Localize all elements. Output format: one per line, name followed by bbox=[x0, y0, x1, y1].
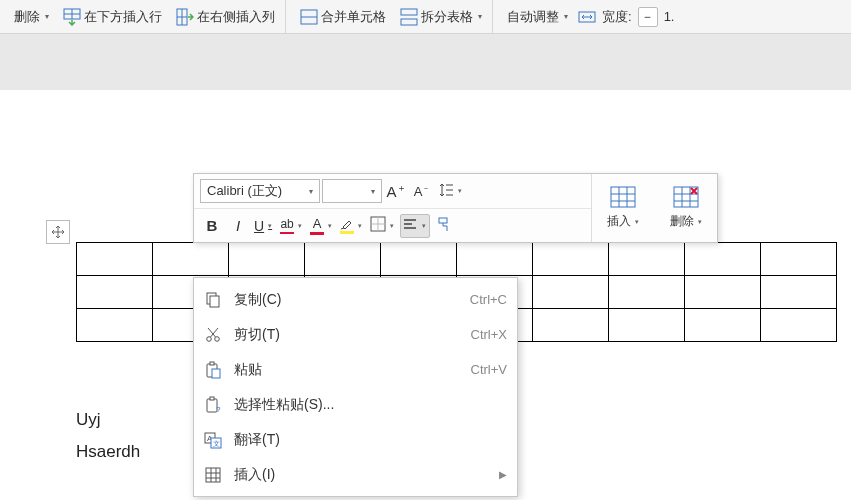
insert-col-right-button[interactable]: 在右侧插入列 bbox=[172, 5, 279, 29]
svg-rect-40 bbox=[210, 397, 214, 400]
cut-icon bbox=[202, 324, 224, 346]
underline-button[interactable]: U▾ bbox=[252, 214, 276, 238]
svg-rect-8 bbox=[401, 9, 417, 15]
bold-icon: B bbox=[207, 217, 218, 234]
delete-big-button[interactable]: 删除▾ bbox=[664, 182, 708, 234]
format-painter-button[interactable] bbox=[432, 214, 456, 238]
dropdown-icon: ▾ bbox=[296, 222, 304, 230]
table-move-handle[interactable] bbox=[46, 220, 70, 244]
delete-big-label: 删除 bbox=[670, 213, 694, 230]
split-table-button[interactable]: 拆分表格▾ bbox=[396, 5, 486, 29]
dropdown-icon: ▾ bbox=[356, 222, 364, 230]
ctx-translate-label: 翻译(T) bbox=[234, 431, 507, 449]
insert-icon bbox=[202, 464, 224, 486]
bold-button[interactable]: B bbox=[200, 214, 224, 238]
grow-font-icon: A＋ bbox=[386, 182, 405, 200]
strikethrough-icon: ab bbox=[280, 217, 294, 235]
borders-button[interactable]: ▾ bbox=[368, 214, 398, 238]
ctx-copy[interactable]: 复制(C) Ctrl+C bbox=[194, 282, 517, 317]
document-area: Uyj Hsaerdh Calibri (正文) ▾ ▾ A＋ A－ bbox=[0, 34, 851, 500]
ribbon-group-autofit: 自动调整▾ 宽度: － 1. bbox=[497, 0, 680, 33]
ctx-cut[interactable]: 剪切(T) Ctrl+X bbox=[194, 317, 517, 352]
move-icon bbox=[51, 225, 65, 239]
dropdown-icon: ▾ bbox=[309, 187, 313, 196]
shrink-font-button[interactable]: A－ bbox=[410, 179, 434, 203]
mini-toolbar: Calibri (正文) ▾ ▾ A＋ A－ ▾ bbox=[193, 173, 718, 243]
delete-table-icon bbox=[673, 186, 699, 211]
svg-text:文: 文 bbox=[213, 440, 220, 447]
body-text: Uyj Hsaerdh bbox=[76, 404, 140, 468]
align-button[interactable]: ▾ bbox=[400, 214, 430, 238]
insert-row-below-icon bbox=[63, 8, 81, 26]
mini-toolbar-row-1: Calibri (正文) ▾ ▾ A＋ A－ ▾ bbox=[194, 174, 591, 208]
mini-toolbar-right: 插入▾ 删除▾ bbox=[592, 174, 717, 242]
body-line-2: Hsaerdh bbox=[76, 436, 140, 468]
mini-toolbar-row-2: B I U▾ ab▾ A▾ ▾ ▾ bbox=[194, 208, 591, 242]
width-minus-button[interactable]: － bbox=[638, 7, 658, 27]
svg-rect-38 bbox=[212, 369, 220, 378]
ctx-paste-special-label: 选择性粘贴(S)... bbox=[234, 396, 507, 414]
font-size-combo[interactable]: ▾ bbox=[322, 179, 382, 203]
font-name-combo[interactable]: Calibri (正文) ▾ bbox=[200, 179, 320, 203]
copy-icon bbox=[202, 289, 224, 311]
italic-icon: I bbox=[236, 217, 240, 234]
dropdown-icon: ▾ bbox=[45, 12, 49, 21]
dropdown-icon: ▾ bbox=[478, 12, 482, 21]
underline-icon: U bbox=[254, 218, 264, 234]
svg-rect-9 bbox=[401, 19, 417, 25]
paste-special-icon: ? bbox=[202, 394, 224, 416]
width-icon bbox=[578, 8, 596, 26]
line-spacing-button[interactable]: ▾ bbox=[436, 179, 466, 203]
dropdown-icon: ▾ bbox=[564, 12, 568, 21]
width-label: 宽度: bbox=[602, 8, 632, 26]
ctx-paste[interactable]: 粘贴 Ctrl+V bbox=[194, 352, 517, 387]
ctx-paste-special[interactable]: ? 选择性粘贴(S)... bbox=[194, 387, 517, 422]
svg-point-34 bbox=[207, 336, 212, 341]
dropdown-icon: ▾ bbox=[698, 218, 702, 226]
delete-button[interactable]: 删除▾ bbox=[10, 5, 53, 29]
strikethrough-button[interactable]: ab▾ bbox=[278, 214, 306, 238]
highlight-button[interactable]: ▾ bbox=[338, 214, 366, 238]
highlight-icon bbox=[340, 218, 354, 234]
dropdown-icon: ▾ bbox=[326, 222, 334, 230]
mini-toolbar-left: Calibri (正文) ▾ ▾ A＋ A－ ▾ bbox=[194, 174, 592, 242]
ctx-copy-label: 复制(C) bbox=[234, 291, 460, 309]
ctx-insert[interactable]: 插入(I) ▶ bbox=[194, 457, 517, 492]
width-value: 1. bbox=[664, 9, 675, 24]
insert-col-right-icon bbox=[176, 8, 194, 26]
ctx-translate[interactable]: A文 翻译(T) bbox=[194, 422, 517, 457]
ribbon-group-rows-cols: 删除▾ 在下方插入行 在右侧插入列 bbox=[4, 0, 286, 33]
body-line-1: Uyj bbox=[76, 404, 140, 436]
ctx-paste-label: 粘贴 bbox=[234, 361, 461, 379]
translate-icon: A文 bbox=[202, 429, 224, 451]
dropdown-icon: ▾ bbox=[371, 187, 375, 196]
merge-cells-button[interactable]: 合并单元格 bbox=[296, 5, 390, 29]
font-color-button[interactable]: A▾ bbox=[308, 214, 336, 238]
context-menu: 复制(C) Ctrl+C 剪切(T) Ctrl+X 粘贴 Ctrl+V ? 选择… bbox=[193, 277, 518, 497]
dropdown-icon: ▾ bbox=[266, 222, 274, 230]
italic-button[interactable]: I bbox=[226, 214, 250, 238]
insert-row-below-button[interactable]: 在下方插入行 bbox=[59, 5, 166, 29]
line-spacing-icon bbox=[438, 182, 454, 201]
insert-big-button[interactable]: 插入▾ bbox=[601, 182, 645, 234]
dropdown-icon: ▾ bbox=[388, 222, 396, 230]
borders-icon bbox=[370, 216, 386, 235]
insert-row-below-label: 在下方插入行 bbox=[84, 8, 162, 26]
dropdown-icon: ▾ bbox=[456, 187, 464, 195]
autofit-button[interactable]: 自动调整▾ bbox=[503, 5, 572, 29]
table-row[interactable] bbox=[77, 243, 837, 276]
ctx-paste-hotkey: Ctrl+V bbox=[471, 362, 507, 377]
ctx-cut-label: 剪切(T) bbox=[234, 326, 461, 344]
grow-font-button[interactable]: A＋ bbox=[384, 179, 408, 203]
ctx-cut-hotkey: Ctrl+X bbox=[471, 327, 507, 342]
ribbon-group-merge: 合并单元格 拆分表格▾ bbox=[290, 0, 493, 33]
paste-icon bbox=[202, 359, 224, 381]
svg-rect-21 bbox=[439, 218, 447, 223]
ctx-insert-label: 插入(I) bbox=[234, 466, 489, 484]
minus-icon: － bbox=[641, 8, 654, 26]
shrink-font-icon: A－ bbox=[414, 183, 431, 199]
insert-table-icon bbox=[610, 186, 636, 211]
svg-rect-33 bbox=[210, 296, 219, 307]
svg-rect-37 bbox=[210, 362, 214, 365]
merge-cells-label: 合并单元格 bbox=[321, 8, 386, 26]
